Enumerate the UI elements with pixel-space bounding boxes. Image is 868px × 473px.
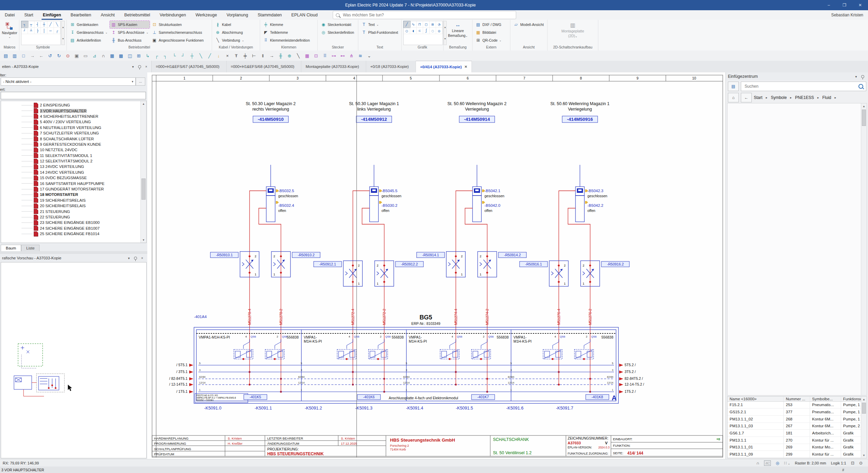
navigator-button[interactable]: Navigator ⌄ [2, 21, 17, 45]
tree-item[interactable]: 9 GERÄTESTECKDOSEN KUNDE [1, 142, 140, 147]
valve-terminal-block[interactable]: -401A4 BG5 ERP-Nr.: 8103349 55555 33333 … [169, 314, 644, 411]
symbol-scroll[interactable]: ▲▼ [61, 21, 65, 45]
toolbar-icon[interactable]: ‖ [258, 52, 267, 60]
grid-icon[interactable]: ∷ ⌄ [784, 461, 790, 465]
grafik-cell[interactable]: ◔ [436, 21, 443, 28]
home-button[interactable]: ⌂ [728, 93, 739, 102]
schematic-channel[interactable]: St. 50.30 Lager Magazin 2 rechts Verrieg… [199, 101, 320, 393]
pin-icon[interactable] [138, 65, 141, 68]
document-tab[interactable]: +0/414 (A37033-Kopie)✕ [416, 61, 472, 72]
object-snap-icon[interactable]: ◎ [776, 461, 779, 465]
symbol-cell[interactable]: ╲ [54, 21, 60, 28]
tree-item[interactable]: 2 EINSPEISUNG [1, 102, 140, 108]
ribbon-item[interactable]: ⠿Klemmenleistendefinition [262, 37, 311, 44]
insert-center-search[interactable] [741, 82, 866, 91]
grafik-cell[interactable]: ◌ [430, 28, 436, 34]
tree-item[interactable]: 21 STEUERUNG [1, 209, 140, 214]
column-header[interactable]: Symbolbe... [810, 397, 841, 401]
grafik-cell[interactable]: ◖ [410, 28, 417, 34]
menu-item[interactable]: Stammdaten [253, 10, 287, 20]
breadcrumb-item[interactable]: Symbole [771, 95, 787, 100]
symbol-cell[interactable]: ┴ [28, 28, 34, 34]
ribbon-item[interactable]: ⊞Gerätekasten [69, 21, 109, 28]
table-row[interactable]: PM13.1.1_03 267 Kontur 6M... Pumpe, 2 An… [728, 423, 861, 430]
menu-item[interactable]: Datei [0, 10, 19, 20]
toolbar-icon[interactable]: ┐ [161, 52, 170, 60]
grafik-cell[interactable]: ⊓ [417, 21, 423, 28]
grafik-cell[interactable]: ⊂ [417, 28, 423, 34]
menu-item[interactable]: Verbindungen [155, 10, 191, 20]
ribbon-item[interactable]: ◤Teilklemme [262, 29, 311, 36]
filter-select[interactable]: - Nicht aktiviert - ▾ [1, 77, 136, 86]
toolbar-icon[interactable]: ╲ [294, 52, 303, 60]
wert-input[interactable] [1, 92, 146, 99]
toolbar-icon[interactable]: ⌄ [365, 52, 374, 60]
ribbon-item[interactable]: ▱Modell-Ansicht [512, 21, 545, 28]
toolbar-icon[interactable]: ▣ [72, 52, 81, 60]
ribbon-item[interactable]: ↥SPS-Anschlüsse⌄ [110, 29, 150, 36]
table-row[interactable]: PM13.1.1_02 268 Kontur 6M... Pumpe, 1 An… [728, 416, 861, 423]
command-search[interactable] [333, 11, 516, 19]
tree-item[interactable]: 23 SICHERE EINGÄNGE EB1000 [1, 220, 140, 225]
tab-close-icon[interactable]: ✕ [464, 65, 467, 69]
tree-item[interactable]: 19 SICHERHEITSRELAIS [1, 198, 140, 203]
toolbar-icon[interactable]: ⊞ [134, 52, 143, 60]
close-button[interactable]: ✕ [852, 0, 868, 10]
toolbar-icon[interactable]: ⊶ [329, 52, 338, 60]
tree-item[interactable]: 4 SICHERHEITSLASTTRENNER [1, 114, 140, 119]
scroll-up-icon[interactable]: ▲ [62, 21, 64, 33]
tree-item[interactable]: 13 24VDC VERTEILUNG [1, 164, 140, 169]
grafik-cell[interactable]: ∫ [423, 28, 430, 34]
menu-item[interactable]: Start [19, 10, 38, 20]
symbol-cell[interactable]: ├ [34, 28, 41, 34]
chevron-down-icon[interactable]: ▾ [126, 256, 132, 260]
toolbar-icon[interactable]: ↳ [143, 52, 152, 60]
toolbar-icon[interactable]: ▭ [81, 52, 90, 60]
tree-item[interactable]: 12 SELEKTIVITÄTSMODUL 2 [1, 158, 140, 164]
ribbon-item[interactable]: ⊥Sammelschienenanschluss [150, 29, 207, 36]
toolbar-icon[interactable]: ⋔ [347, 52, 356, 60]
toolbar-icon[interactable]: ╫ [276, 52, 285, 60]
maximize-button[interactable]: ❐ [837, 0, 852, 10]
ribbon-item[interactable]: ◎Steckerdefinition [319, 29, 356, 36]
scroll-down-icon[interactable]: ▼ [861, 453, 867, 458]
user-name[interactable]: Sebastian Kristen [831, 13, 863, 17]
symbol-cell[interactable]: ┌ [54, 28, 60, 34]
montageplatte-button[interactable]: ▥ Montageplatte (2D)⌄ [563, 21, 583, 45]
toolbar-icon[interactable]: ▤ [1, 52, 10, 60]
toolbar-icon[interactable]: → [267, 52, 276, 60]
menu-item[interactable]: Einfügen [38, 10, 66, 20]
tree-item[interactable]: 7 SCHUTZLEITER VERTEILUNG [1, 130, 140, 136]
logic-scale[interactable]: Logik 1:1 [831, 461, 846, 465]
tree-item[interactable]: 5 400V / 230V VERTEILUNG [1, 119, 140, 125]
scroll-down-icon[interactable]: ▼ [62, 33, 64, 45]
ribbon-item[interactable]: ▤Artikeldefinition [69, 37, 109, 44]
tree-item[interactable]: 14 24VDC VERTEILUNG [1, 170, 140, 175]
toolbar-icon[interactable]: └ [170, 52, 179, 60]
tree-item[interactable]: 6 NEUTRALLEITER VERTEILUNG [1, 125, 140, 130]
table-row[interactable]: F15.2.1 253 Pneumatis... Pumpe, 1 Ansch.… [728, 402, 861, 409]
ribbon-item[interactable]: TText⌄ [360, 21, 401, 28]
ribbon-item[interactable]: ▦Bilddatei [474, 29, 504, 36]
toolbar-icon[interactable]: ╱ [205, 52, 214, 60]
tree-item[interactable]: 22 STEUERUNG [1, 214, 140, 220]
symbol-cell[interactable]: ┐ [21, 21, 28, 28]
ribbon-item[interactable]: ⊕Abschirmung [214, 29, 246, 36]
zoom-area-icon[interactable]: ⊡ [851, 461, 854, 465]
tree-scrollbar[interactable]: ▲ ▼ [140, 101, 146, 243]
toolbar-icon[interactable]: ∩ [99, 52, 108, 60]
symbol-cell[interactable]: ┬ [28, 21, 34, 28]
menu-item[interactable]: Vorplanung [222, 10, 253, 20]
view-tab[interactable]: Baum [1, 245, 21, 251]
ribbon-item[interactable]: ⊡Strukturkasten [150, 21, 207, 28]
menu-item[interactable]: Ansicht [96, 10, 120, 20]
table-row[interactable]: PM13.1.1 270 Kontur für ... Grafik [728, 437, 861, 444]
menu-item[interactable]: Betriebsmittel [120, 10, 155, 20]
ribbon-item[interactable]: ∦Kabel [214, 21, 246, 28]
tree-item[interactable]: 18 MOTORSTARTER [1, 192, 140, 197]
toolbar-icon[interactable]: ⊡ [312, 52, 320, 60]
toolbar-icon[interactable]: ▥ [10, 52, 19, 60]
tree-item[interactable]: 10 NETZTEIL 24VDC [1, 147, 140, 153]
symbol-cell[interactable]: ╱ [47, 21, 54, 28]
grafik-cell[interactable]: ○ [404, 28, 410, 34]
